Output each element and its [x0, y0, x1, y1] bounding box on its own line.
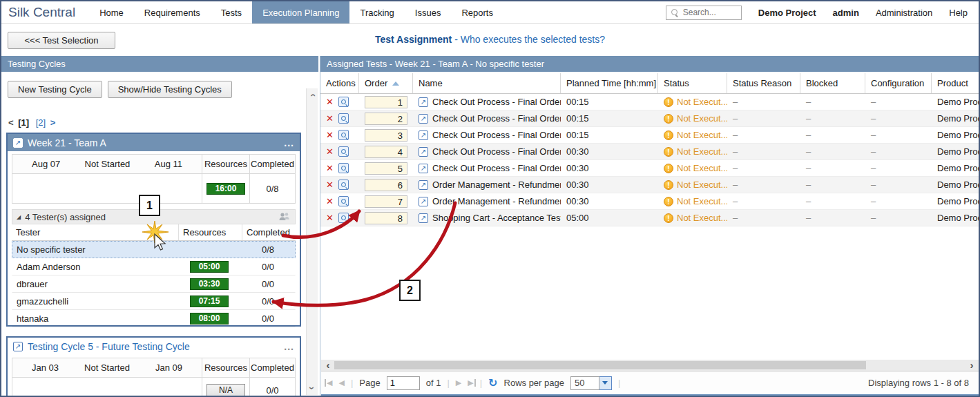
search-input[interactable]: [683, 8, 738, 17]
inspect-test-icon[interactable]: [338, 97, 349, 107]
cycles-page-1[interactable]: [1]: [18, 117, 29, 128]
nav-tab-home[interactable]: Home: [89, 1, 134, 23]
open-test-icon[interactable]: ↗: [419, 97, 428, 107]
cycle-menu-icon[interactable]: ...: [284, 137, 294, 148]
inspect-test-icon[interactable]: [338, 180, 349, 190]
col-header-name[interactable]: Name: [413, 73, 561, 93]
status-warning-icon: !: [664, 164, 673, 173]
col-header-planned-time[interactable]: Planned Time [hh:mm]: [561, 73, 658, 93]
cycle-card-header[interactable]: ↗ Week 21 - Team A ...: [8, 134, 300, 151]
project-selector[interactable]: Demo Project: [758, 8, 816, 18]
inspect-test-icon[interactable]: [338, 196, 349, 206]
show-hide-testing-cycles-button[interactable]: Show/Hide Testing Cycles: [108, 81, 232, 98]
nav-tab-issues[interactable]: Issues: [405, 1, 452, 23]
delete-test-icon[interactable]: ✕: [326, 114, 334, 123]
last-page-button[interactable]: ▶: [468, 378, 473, 387]
nav-tab-execution-planning[interactable]: Execution Planning: [252, 1, 349, 23]
search-box[interactable]: [666, 6, 742, 20]
test-name[interactable]: Check Out Process - Final Order S...: [432, 113, 561, 124]
test-name[interactable]: Order Management - Refundmen...: [432, 180, 561, 190]
cycles-next-page[interactable]: >: [50, 117, 56, 128]
test-name[interactable]: Order Management - Refundmen...: [432, 196, 561, 206]
product-value: Demo Prod: [932, 196, 979, 206]
open-test-icon[interactable]: ↗: [419, 213, 428, 223]
status-reason-value: –: [727, 130, 800, 140]
order-input[interactable]: 5: [365, 162, 407, 175]
open-test-icon[interactable]: ↗: [419, 130, 428, 140]
test-name[interactable]: Check Out Process - Final Order S...: [432, 97, 561, 107]
order-input[interactable]: 8: [365, 212, 407, 224]
open-cycle-icon[interactable]: ↗: [13, 342, 23, 351]
scroll-left-icon[interactable]: ‹: [323, 360, 334, 371]
order-input[interactable]: 2: [365, 113, 407, 125]
delete-test-icon[interactable]: ✕: [326, 97, 334, 106]
open-test-icon[interactable]: ↗: [419, 180, 428, 190]
scroll-down-icon[interactable]: ›: [307, 383, 318, 394]
cycle-card-header[interactable]: ↗ Testing Cycle 5 - Future Testing Cycle…: [8, 338, 300, 355]
delete-test-icon[interactable]: ✕: [326, 197, 334, 206]
user-menu[interactable]: admin: [833, 8, 859, 18]
rows-per-page-select[interactable]: 50: [570, 376, 612, 390]
tester-row[interactable]: gmazzuchelli 07:15 0/0: [12, 293, 296, 310]
col-header-status-reason[interactable]: Status Reason: [727, 73, 800, 93]
collapse-icon[interactable]: ◢: [17, 214, 21, 220]
order-input[interactable]: 6: [365, 179, 407, 191]
scrollbar-thumb[interactable]: [334, 361, 866, 369]
cycles-page-2[interactable]: [2]: [36, 117, 46, 128]
tester-row[interactable]: No specific tester 0/8: [12, 241, 296, 258]
application-window: Silk Central HomeRequirementsTestsExecut…: [0, 0, 980, 397]
open-cycle-icon[interactable]: ↗: [13, 138, 23, 148]
test-name[interactable]: Check Out Process - Final Order S...: [432, 146, 561, 157]
tester-name: dbrauer: [12, 279, 177, 289]
col-header-status[interactable]: Status: [658, 73, 727, 93]
open-test-icon[interactable]: ↗: [419, 164, 428, 173]
nav-tab-tests[interactable]: Tests: [211, 1, 252, 23]
scroll-right-icon[interactable]: ›: [966, 360, 977, 371]
open-test-icon[interactable]: ↗: [419, 197, 428, 206]
test-name[interactable]: Shopping Cart - Acceptance Test: [432, 213, 561, 223]
help-link[interactable]: Help: [949, 8, 968, 18]
order-input[interactable]: 4: [365, 146, 407, 158]
col-header-blocked[interactable]: Blocked: [800, 73, 865, 93]
delete-test-icon[interactable]: ✕: [326, 180, 334, 189]
tester-row[interactable]: htanaka 08:00 0/0: [12, 310, 296, 327]
cycles-prev-page[interactable]: <: [8, 117, 14, 128]
open-test-icon[interactable]: ↗: [419, 114, 428, 124]
order-input[interactable]: 3: [365, 129, 407, 142]
col-header-order[interactable]: Order: [359, 73, 413, 93]
cycle-menu-icon[interactable]: ...: [284, 341, 294, 352]
new-testing-cycle-button[interactable]: New Testing Cycle: [8, 81, 102, 98]
inspect-test-icon[interactable]: [338, 146, 349, 157]
configuration-value: –: [865, 196, 932, 206]
inspect-test-icon[interactable]: [338, 213, 349, 223]
page-number-input[interactable]: [387, 376, 420, 390]
nav-tab-tracking[interactable]: Tracking: [349, 1, 404, 23]
dropdown-arrow-icon[interactable]: [599, 376, 612, 390]
administration-link[interactable]: Administration: [876, 8, 932, 18]
nav-tab-reports[interactable]: Reports: [451, 1, 503, 23]
horizontal-scrollbar[interactable]: ‹ ›: [321, 360, 979, 371]
col-header-product[interactable]: Product: [932, 73, 979, 93]
first-page-button[interactable]: ◀: [327, 378, 332, 387]
inspect-test-icon[interactable]: [338, 113, 349, 124]
col-header-configuration[interactable]: Configuration: [865, 73, 932, 93]
open-test-icon[interactable]: ↗: [419, 147, 428, 157]
test-name[interactable]: Check Out Process - Final Order S...: [432, 130, 561, 140]
inspect-test-icon[interactable]: [338, 130, 349, 140]
tester-row[interactable]: dbrauer 03:30 0/0: [12, 275, 296, 293]
tester-row[interactable]: Adam Anderson 05:00 0/0: [12, 258, 296, 275]
delete-test-icon[interactable]: ✕: [326, 147, 334, 156]
delete-test-icon[interactable]: ✕: [326, 213, 334, 222]
left-panel-scrollbar[interactable]: › ›: [306, 88, 318, 395]
prev-page-button[interactable]: ◀: [338, 378, 344, 387]
order-input[interactable]: 1: [365, 96, 407, 108]
test-name[interactable]: Check Out Process - Final Order S...: [432, 163, 561, 173]
delete-test-icon[interactable]: ✕: [326, 130, 334, 139]
refresh-icon[interactable]: ↻: [488, 376, 497, 389]
next-page-button[interactable]: ▶: [456, 378, 461, 387]
delete-test-icon[interactable]: ✕: [326, 164, 334, 173]
nav-tab-requirements[interactable]: Requirements: [134, 1, 211, 23]
order-input[interactable]: 7: [365, 195, 407, 208]
scroll-up-icon[interactable]: ›: [307, 90, 318, 101]
inspect-test-icon[interactable]: [338, 163, 349, 173]
